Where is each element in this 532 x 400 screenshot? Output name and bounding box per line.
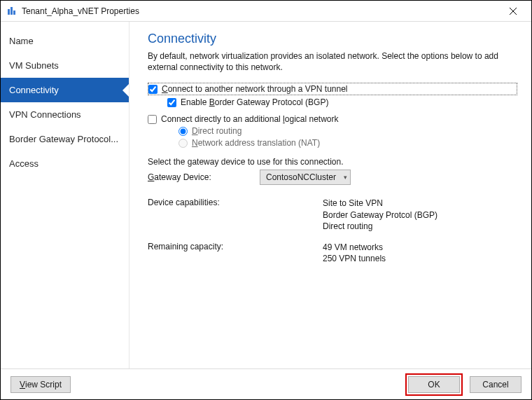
content-pane: Connectivity By default, network virtual… (130, 22, 531, 368)
footer: View Script OK Cancel (1, 368, 531, 399)
connect-direct-checkbox[interactable] (148, 115, 157, 124)
nat-radio[interactable] (178, 139, 188, 148)
close-button[interactable] (499, 1, 527, 21)
svg-rect-2 (13, 11, 15, 15)
direct-routing-radio[interactable] (178, 127, 188, 136)
titlebar: Tenant_Alpha_vNET Properties (1, 1, 531, 22)
sidebar-item-vpn-connections[interactable]: VPN Connections (1, 102, 129, 127)
nat-label: Network address translation (NAT) (192, 138, 320, 148)
svg-rect-0 (8, 9, 10, 15)
gateway-device-dropdown[interactable]: ContosoNCCluster ▾ (260, 170, 351, 185)
window-title: Tenant_Alpha_vNET Properties (22, 6, 499, 16)
gateway-device-value: ContosoNCCluster (266, 172, 340, 182)
sidebar: Name VM Subnets Connectivity VPN Connect… (1, 22, 130, 368)
connect-vpn-focus: Connect to another network through a VPN… (148, 83, 517, 95)
device-capabilities-label: Device capabilities: (148, 198, 323, 232)
direct-routing-label: Direct routing (192, 126, 241, 136)
sidebar-item-vm-subnets[interactable]: VM Subnets (1, 53, 129, 78)
connect-vpn-checkbox[interactable] (148, 85, 158, 94)
gateway-device-label: Gateway Device: (148, 172, 260, 182)
view-script-button[interactable]: View Script (10, 376, 71, 393)
connect-vpn-label: Connect to another network through a VPN… (162, 84, 348, 94)
chevron-down-icon: ▾ (344, 174, 347, 181)
gateway-prompt: Select the gateway device to use for thi… (148, 157, 517, 167)
device-capabilities-values: Site to Site VPN Border Gateway Protcol … (323, 198, 438, 232)
connect-direct-label: Connect directly to an additional logica… (161, 114, 339, 124)
remaining-capacity-values: 49 VM networks 250 VPN tunnels (323, 242, 386, 264)
sidebar-item-name[interactable]: Name (1, 29, 129, 53)
enable-bgp-label: Enable Border Gateway Protocol (BGP) (181, 97, 328, 107)
intro-text: By default, network virtualization provi… (148, 50, 517, 73)
sidebar-item-bgp[interactable]: Border Gateway Protocol... (1, 127, 129, 151)
svg-rect-1 (10, 7, 13, 15)
page-title: Connectivity (148, 32, 517, 46)
remaining-capacity-label: Remaining capacity: (148, 242, 323, 264)
enable-bgp-checkbox[interactable] (167, 98, 176, 107)
app-icon (6, 6, 18, 17)
ok-highlight: OK (405, 373, 463, 396)
sidebar-item-connectivity[interactable]: Connectivity (1, 78, 129, 102)
sidebar-item-access[interactable]: Access (1, 151, 129, 176)
cancel-button[interactable]: Cancel (470, 376, 522, 393)
ok-button[interactable]: OK (408, 376, 460, 393)
